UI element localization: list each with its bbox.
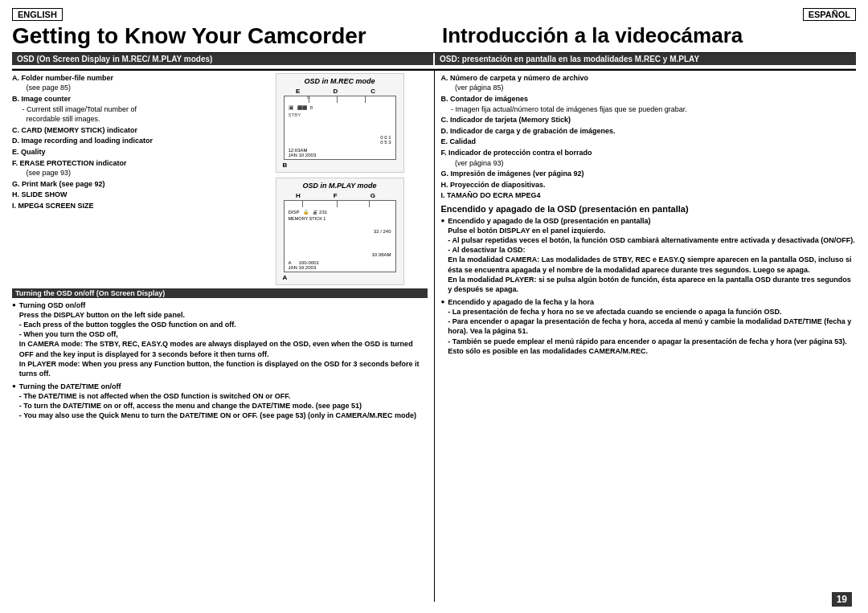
encendido-camera: En la modalidad CAMERA: Las modalidades … [448,255,851,273]
line-h [302,201,303,207]
osd-header-es: OSD: presentación en pantalla en las mod… [435,53,856,65]
item-list-en: A. Folder number-file number (see page 8… [12,73,246,211]
item-c-es: C. Indicador de tarjeta (Memory Stick) [441,115,857,125]
item-f-en: F. ERASE PROTECTION indicator (see page … [12,158,246,178]
page: ENGLISH ESPAÑOL Getting to Know Your Cam… [0,0,868,613]
label-e: E [296,88,300,95]
osd-header-en: OSD (On Screen Display in M.REC/ M.PLAY … [12,53,433,65]
encendido-p1: Pulse el botón DISPLAY en el panel izqui… [448,227,605,235]
main-content: A. Folder number-file number (see page 8… [12,69,856,602]
turning-osd-p1: Press the DISPLAY button on the left sid… [19,311,185,319]
header-right: Introducción a la videocámara [426,22,856,49]
label-h: H [296,192,301,199]
screen-content-mrec: ▣ ⬛⬛ B STBY B [289,104,313,117]
line-c [365,96,366,103]
items-list-en: A. Folder number-file number (see page 8… [12,73,246,285]
mrec-screen: ▣ ⬛⬛ B STBY B 0 0 1 0 5 3 [284,96,396,160]
turning-osd-camera: In CAMERA mode: The STBY, REC, EASY.Q mo… [19,340,413,358]
mplay-bottom-label: A [280,274,400,281]
line-d [337,96,338,103]
fecha-sub1: - La presentación de fecha y hora no se … [448,308,781,316]
page-number: 19 [832,592,852,607]
turning-osd-label: Turning OSD on/off [19,301,85,309]
title-spanish: Introducción a la videocámara [442,24,856,47]
turning-osd-title-en: Turning OSD on/off Press the DISPLAY but… [12,300,428,378]
turning-date-en: Turning the DATE/TIME on/off - The DATE/… [12,382,428,421]
item-d-es: D. Indicador de carga y de grabación de … [441,126,857,137]
mplay-screen: DISP 🔒 🖨 231 MEMORY STICK 1 32 / 240 10:… [284,200,396,272]
label-c: C [371,88,375,95]
mrec-right-indicator: 0 0 1 0 5 3 [380,135,391,145]
encendido-osd-es: Encendido y apagado de la OSD (presentac… [441,216,857,294]
item-list-es: A. Número de carpeta y número de archivo… [441,73,857,201]
content-columns-en: A. Folder number-file number (see page 8… [12,73,428,285]
line-g [369,201,370,207]
encendido-sub1: - Al pulsar repetidas veces el botón, la… [448,236,854,244]
mrec-bottom-label: B [280,161,400,169]
item-g-es: G. Impresión de imágenes (ver página 92) [441,169,857,179]
item-e-es: E. Calidad [441,137,857,147]
encendido-fecha-dot: Encendido y apagado de la fecha y la hor… [441,297,857,356]
header-titles: Getting to Know Your Camcorder Introducc… [12,22,856,53]
turning-date-label: Turning the DATE/TIME on/off [19,382,121,390]
item-d-en: D. Image recording and loading indicator [12,136,246,146]
item-i-en: I. MPEG4 SCREEN SIZE [12,201,246,211]
turning-osd-en: Turning OSD on/off Press the DISPLAY but… [12,300,428,378]
line-f [337,201,338,207]
header-left: Getting to Know Your Camcorder [12,22,426,49]
item-a-en: A. Folder number-file number (see page 8… [12,73,246,93]
encendido-sub2: - Al desactivar la OSD: [448,246,525,254]
osd-header-row: OSD (On Screen Display in M.REC/ M.PLAY … [12,53,856,69]
label-g: G [371,192,375,199]
mplay-content: DISP 🔒 🖨 231 MEMORY STICK 1 [289,209,328,221]
fecha-sub3: - También se puede emplear el menú rápid… [448,337,847,355]
mplay-date: JAN 19 2003 [289,265,317,270]
header-top: ENGLISH ESPAÑOL [12,8,856,21]
section-divider-en: Turning the OSD on/off (On Screen Displa… [12,288,428,298]
mrec-title: OSD in M.REC mode [280,77,400,85]
item-i-es: I. TAMAÑO DO ECRA MPEG4 [441,190,857,201]
col-left-english: A. Folder number-file number (see page 8… [12,71,435,602]
item-b-es: B. Contador de imágenes - Imagen fija ac… [441,94,857,114]
mplay-title: OSD in M.PLAY mode [280,182,400,190]
turning-date-title-en: Turning the DATE/TIME on/off - The DATE/… [12,382,428,421]
item-h-es: H. Proyección de diapositivas. [441,180,857,190]
mplay-counter: 32 / 240 [374,229,391,234]
lang-badge-es: ESPAÑOL [803,8,856,21]
item-f-es: F. Indicador de protección contra el bor… [441,148,857,168]
label-a-mplay: A [283,274,288,281]
item-a-es: A. Número de carpeta y número de archivo… [441,73,857,93]
item-c-en: C. CARD (MEMORY STICK) indicator [12,125,246,136]
osd-mrec-diagram: OSD in M.REC mode E D C [276,73,404,173]
label-d: D [333,88,338,95]
item-g-en: G. Print Mark (see page 92) [12,179,246,190]
encendido-label: Encendido y apagado de la OSD (presentac… [448,217,650,225]
turning-osd-player: In PLAYER mode: When you press any Funct… [19,360,420,378]
label-f: F [334,192,338,199]
encendido-osd-sub-title: Encendido y apagado de la OSD (presentac… [441,204,689,214]
lang-badge-en: ENGLISH [12,8,63,21]
encendido-osd-section: Encendido y apagado de la OSD (presentac… [441,204,857,214]
date-sub2: - To turn the DATE/TIME on or off, acces… [19,402,362,410]
encendido-player: En la modalidad PLAYER: si se pulsa algú… [448,276,850,293]
date-sub3: - You may also use the Quick Menu to tur… [19,411,416,419]
spanish-content: A. Número de carpeta y número de archivo… [441,73,857,356]
title-english: Getting to Know Your Camcorder [12,24,426,49]
encendido-fecha-label: Encendido y apagado de la fecha y la hor… [448,298,594,306]
turning-osd-sub1: - Each press of the button toggles the O… [19,321,236,329]
label-b-mrec: B [283,161,288,169]
mrec-top-labels: E D C [280,88,392,95]
item-e-en: E. Quality [12,147,246,157]
mplay-top-labels: H F G [280,192,392,199]
item-b-en: B. Image counter - Current still image/T… [12,94,246,125]
turning-osd-sub2: - When you turn the OSD off, [19,330,118,338]
mrec-date: JAN 10 2003 [289,153,317,157]
item-h-en: H. SLIDE SHOW [12,190,246,200]
osd-mplay-diagram: OSD in M.PLAY mode H F G DISP 🔒 🖨 231 [276,178,404,285]
diagram-col-en: OSD in M.REC mode E D C [252,73,428,285]
mplay-right: 10:38AM [372,252,391,257]
col-right-spanish: A. Número de carpeta y número de archivo… [435,71,857,602]
fecha-sub2: - Para encender o apagar la presentación… [448,317,851,335]
encendido-osd-dot: Encendido y apagado de la OSD (presentac… [441,216,857,294]
encendido-fecha-es: Encendido y apagado de la fecha y la hor… [441,297,857,356]
